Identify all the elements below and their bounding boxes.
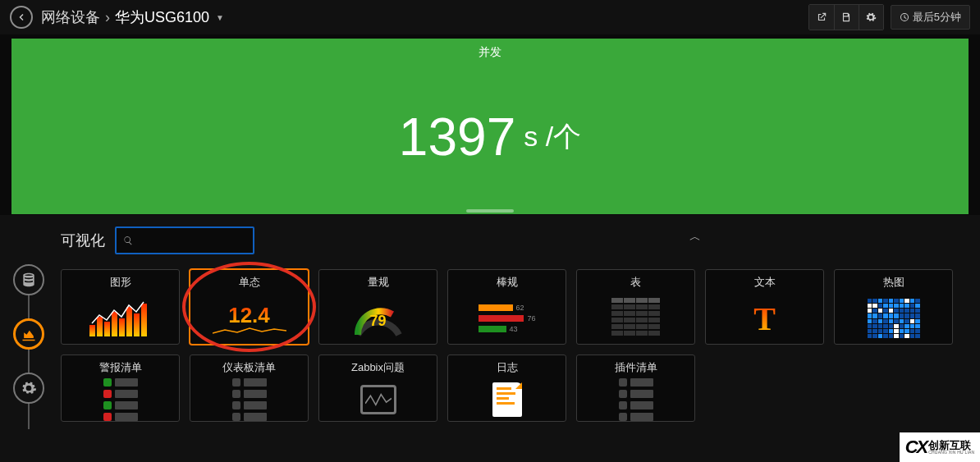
time-range-button[interactable]: 最后5分钟 [891,5,970,30]
gauge-sample-value: 79 [369,313,386,330]
logs-icon [492,382,522,417]
arrow-left-icon [16,12,26,22]
svg-rect-1 [97,317,103,336]
viz-card-singlestat[interactable]: 单态 12.4 [190,269,309,345]
sparkline-icon [213,327,286,335]
save-icon [840,11,852,23]
tab-visualization[interactable] [13,318,44,350]
chevron-down-icon[interactable]: ▼ [216,13,224,22]
panel-value-row: 1397 s /个 [399,60,581,214]
panel-unit: s /个 [524,118,581,156]
viz-card-graph[interactable]: 图形 [61,269,180,345]
card-title: 文本 [754,275,776,290]
breadcrumb: 网络设备 › 华为USG6100 ▼ [41,7,224,27]
chart-icon [21,326,37,342]
text-icon: T [753,300,776,338]
editor-tab-rail [0,215,57,462]
card-title: 插件清单 [615,360,657,375]
viz-card-dashlist[interactable]: 仪表板清单 [190,355,309,422]
viz-card-bargauge[interactable]: 棒规 62 76 43 [447,269,566,345]
gear-icon [865,11,877,23]
editor-drawer: 可视化 ︿ 图形 [0,215,980,462]
svg-rect-7 [141,304,147,336]
breadcrumb-root[interactable]: 网络设备 [41,7,100,27]
viz-card-row-2: 警报清单 仪表板清单 Zabbix问题 [61,355,964,422]
viz-search-input[interactable] [138,234,246,247]
zabbix-icon [360,385,396,414]
share-icon [816,11,827,23]
search-icon [123,235,133,246]
time-range-label: 最后5分钟 [913,10,961,25]
viz-search-box[interactable] [115,226,254,254]
save-button[interactable] [834,5,859,30]
graph-icon [88,300,153,336]
card-title: 警报清单 [99,360,142,375]
database-icon [21,272,37,288]
settings-button[interactable] [859,5,883,30]
watermark-en: CHUANG XIN HU LIAN [928,451,974,455]
resize-handle[interactable] [466,209,514,213]
card-title: 量规 [368,275,389,290]
viz-card-gauge[interactable]: 量规 79 [318,269,437,345]
table-icon [611,298,661,339]
panel-value: 1397 [399,107,515,167]
svg-rect-6 [134,313,140,336]
viz-card-table[interactable]: 表 [576,269,695,345]
gear-icon [21,380,37,396]
card-title: 棒规 [497,275,518,290]
card-title: 表 [630,275,641,290]
alert-list-icon [103,378,138,421]
viz-card-pluginlist[interactable]: 插件清单 [576,355,695,422]
panel-title: 并发 [479,45,501,60]
dashboard-list-icon [232,378,267,421]
viz-card-heatmap[interactable]: 热图 [834,269,953,345]
header-bar: 网络设备 › 华为USG6100 ▼ 最后5分钟 [0,0,980,34]
viz-card-row-1: 图形 单态 12.4 [61,269,964,345]
singlestat-sample-value: 12.4 [228,303,270,328]
card-title: 仪表板清单 [222,360,276,375]
svg-rect-2 [104,322,110,336]
share-button[interactable] [809,5,834,30]
card-title: 日志 [497,360,518,375]
breadcrumb-current[interactable]: 华为USG6100 [115,7,209,27]
breadcrumb-separator: › [105,9,110,26]
viz-section-label: 可视化 [61,231,105,250]
singlestat-panel[interactable]: 并发 1397 s /个 [11,39,969,214]
viz-picker: 可视化 ︿ 图形 [57,215,980,462]
watermark-mark: CX [905,437,927,458]
card-title: 图形 [110,275,131,290]
card-title: 热图 [883,275,904,290]
bargauge-icon: 62 76 43 [479,301,536,336]
viz-card-alertlist[interactable]: 警报清单 [61,355,180,422]
card-title: 单态 [239,275,260,290]
clock-icon [900,12,909,22]
watermark-logo: CX 创新互联 CHUANG XIN HU LIAN [900,432,980,462]
viz-card-text[interactable]: 文本 T [705,269,824,345]
svg-rect-0 [89,325,95,336]
viz-card-logs[interactable]: 日志 [447,355,566,422]
card-title: Zabbix问题 [351,360,405,375]
svg-rect-3 [112,312,117,336]
heatmap-icon [868,299,920,338]
plugin-list-icon [619,378,653,421]
svg-rect-4 [119,318,125,336]
svg-rect-5 [126,307,132,336]
chevron-up-icon[interactable]: ︿ [689,230,701,245]
toolbar-group [808,4,884,30]
tab-queries[interactable] [13,264,44,295]
back-button[interactable] [10,6,33,29]
viz-card-zabbix[interactable]: Zabbix问题 [318,355,437,422]
tab-general[interactable] [13,373,44,404]
